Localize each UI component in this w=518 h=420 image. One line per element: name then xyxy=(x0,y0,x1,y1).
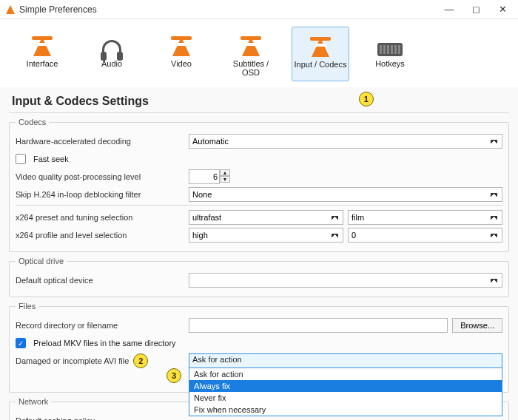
preload-checkbox[interactable]: ✓ xyxy=(16,338,26,348)
x264profile-select[interactable]: high xyxy=(189,228,343,243)
optical-default-label: Default optical device xyxy=(16,276,184,285)
window-controls: — ◻ ✕ xyxy=(440,2,512,17)
avi-label: Damaged or incomplete AVI file xyxy=(16,356,129,365)
minimize-button[interactable]: — xyxy=(440,2,459,17)
optical-default-select[interactable] xyxy=(189,273,502,288)
group-legend: Files xyxy=(16,302,38,311)
x264profile-label: x264 profile and level selection xyxy=(16,231,184,240)
preload-label: Preload MKV files in the same directory xyxy=(33,339,176,348)
x264preset-select[interactable]: ultrafast xyxy=(189,210,343,225)
tab-input-codecs[interactable]: Input / Codecs xyxy=(292,27,349,81)
close-button[interactable]: ✕ xyxy=(493,2,512,17)
avi-option[interactable]: Ask for action xyxy=(189,368,502,380)
group-codecs: Codecs Hardware-accelerated decoding Aut… xyxy=(9,118,509,252)
browse-button[interactable]: Browse... xyxy=(452,318,502,333)
hotkeys-icon xyxy=(376,30,404,56)
avi-option[interactable]: Never fix xyxy=(189,392,502,404)
x264tune-select[interactable]: film xyxy=(348,210,502,225)
vq-spinner[interactable]: ▲▼ xyxy=(189,169,233,184)
tab-audio[interactable]: Audio xyxy=(83,27,141,81)
interface-icon xyxy=(28,30,56,56)
window-title: Simple Preferences xyxy=(19,4,440,15)
tab-subtitles[interactable]: Subtitles / OSD xyxy=(222,27,280,81)
video-icon xyxy=(167,30,195,56)
page-body: Input & Codecs Settings 1 Codecs Hardwar… xyxy=(0,87,518,420)
avi-option[interactable]: Always fix xyxy=(189,380,502,392)
hw-decoding-label: Hardware-accelerated decoding xyxy=(16,137,184,146)
tab-label: Hotkeys xyxy=(375,59,405,68)
avi-option[interactable]: Fix when necessary xyxy=(189,404,502,416)
fastseek-checkbox[interactable] xyxy=(16,154,26,164)
subtitles-icon xyxy=(237,30,265,56)
cache-label: Default caching policy xyxy=(16,416,184,420)
group-legend: Network xyxy=(16,397,51,406)
maximize-button[interactable]: ◻ xyxy=(466,2,485,17)
skip-select[interactable]: None xyxy=(189,187,502,202)
spin-down-icon[interactable]: ▼ xyxy=(220,176,230,183)
x264preset-label: x264 preset and tuning selection xyxy=(16,213,184,222)
page-title: Input & Codecs Settings xyxy=(12,95,149,108)
tab-label: Subtitles / OSD xyxy=(223,59,278,77)
annotation-marker-1: 1 xyxy=(359,92,374,106)
fastseek-label: Fast seek xyxy=(33,155,69,163)
tab-video[interactable]: Video xyxy=(152,27,210,81)
group-files: Files Record directory or filename Brows… xyxy=(9,302,509,393)
input-codecs-icon xyxy=(306,30,334,57)
avi-selected[interactable]: Ask for action xyxy=(189,353,502,368)
skip-label: Skip H.264 in-loop deblocking filter xyxy=(16,190,184,199)
group-legend: Optical drive xyxy=(16,257,67,265)
group-optical: Optical drive Default optical device xyxy=(9,257,509,297)
tab-label: Input / Codecs xyxy=(295,60,347,69)
tab-label: Video xyxy=(171,59,192,68)
tab-interface[interactable]: Interface xyxy=(13,27,71,81)
annotation-marker-3: 3 xyxy=(166,368,181,383)
titlebar: Simple Preferences — ◻ ✕ xyxy=(0,0,518,19)
app-cone-icon xyxy=(6,5,15,14)
separator xyxy=(9,112,509,113)
record-label: Record directory or filename xyxy=(16,321,184,330)
vq-value[interactable] xyxy=(189,169,220,184)
audio-icon xyxy=(98,30,126,56)
annotation-marker-2: 2 xyxy=(133,353,148,368)
tab-hotkeys[interactable]: Hotkeys xyxy=(361,27,419,81)
avi-option-list: Ask for action Always fix Never fix Fix … xyxy=(189,368,502,416)
spin-up-icon[interactable]: ▲ xyxy=(220,169,230,176)
avi-dropdown[interactable]: Ask for action Ask for action Always fix… xyxy=(189,353,502,368)
x264level-select[interactable]: 0 xyxy=(348,228,502,243)
tabstrip: Interface Audio Video Subtitles / OSD In… xyxy=(0,19,518,87)
hw-decoding-select[interactable]: Automatic xyxy=(189,134,502,149)
record-input[interactable] xyxy=(189,318,448,333)
tab-label: Interface xyxy=(27,59,58,68)
separator xyxy=(16,205,502,206)
group-legend: Codecs xyxy=(16,118,49,126)
vq-label: Video quality post-processing level xyxy=(16,172,184,181)
